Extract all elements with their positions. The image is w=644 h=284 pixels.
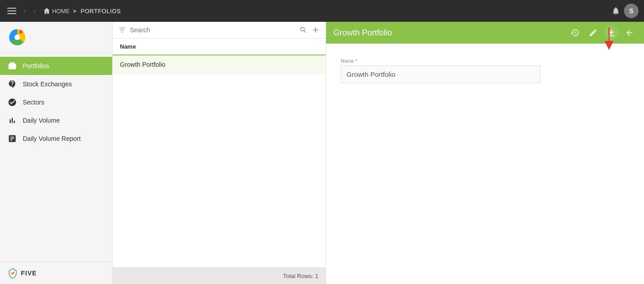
breadcrumb-separator: ► — [73, 8, 78, 14]
total-rows-label: Total Rows: 1 — [283, 273, 318, 279]
close-button[interactable] — [622, 25, 637, 40]
detail-header: Growth Portfolio — [326, 22, 644, 44]
sidebar-logo — [0, 22, 112, 53]
home-link[interactable]: HOME — [43, 7, 70, 15]
column-header-name: Name — [120, 43, 136, 50]
name-field-input[interactable] — [341, 65, 540, 83]
sidebar-item-portfolios[interactable]: Portfolios — [0, 57, 112, 75]
breadcrumb: HOME ► PORTFOLIOS — [43, 7, 121, 15]
edit-button[interactable] — [586, 25, 600, 40]
detail-actions — [568, 25, 637, 40]
add-button[interactable] — [311, 25, 320, 35]
table-row[interactable]: Growth Portfolio — [113, 55, 326, 74]
svg-rect-1 — [7, 10, 16, 11]
list-footer: Total Rows: 1 — [113, 268, 326, 284]
list-panel: Name Growth Portfolio Total Rows: 1 — [113, 22, 326, 284]
sidebar-label-daily-volume: Daily Volume — [23, 117, 60, 124]
sidebar-label-sectors: Sectors — [23, 99, 44, 106]
home-label: HOME — [52, 8, 70, 15]
five-logo: FIVE — [7, 268, 37, 279]
five-logo-label: FIVE — [21, 269, 37, 277]
sidebar-item-daily-volume-report[interactable]: Daily Volume Report — [0, 130, 112, 148]
notifications-icon[interactable] — [611, 6, 620, 15]
portfolios-icon — [7, 61, 17, 70]
svg-rect-0 — [7, 8, 16, 9]
hamburger-menu-icon[interactable] — [5, 5, 18, 17]
name-field-container: Name * — [341, 58, 540, 83]
table-header: Name — [113, 39, 326, 55]
sectors-icon — [7, 98, 17, 107]
svg-point-5 — [19, 30, 23, 34]
sidebar-item-stock-exchanges[interactable]: Stock Exchanges — [0, 75, 112, 93]
detail-content: Name * — [326, 44, 644, 284]
daily-volume-report-icon — [7, 134, 17, 143]
sidebar-footer: FIVE — [0, 262, 112, 284]
sidebar-item-daily-volume[interactable]: Daily Volume — [0, 111, 112, 130]
sidebar-item-sectors[interactable]: Sectors — [0, 93, 112, 111]
filter-icon — [118, 26, 126, 34]
daily-volume-icon — [7, 116, 17, 125]
search-button[interactable] — [299, 26, 307, 34]
avatar[interactable]: S — [624, 4, 639, 18]
forward-button[interactable]: › — [31, 5, 37, 17]
list-toolbar — [113, 22, 326, 39]
sidebar: Portfolios Stock Exchanges Sectors — [0, 22, 113, 284]
sidebar-label-stock-exchanges: Stock Exchanges — [23, 80, 72, 88]
five-logo-icon — [7, 268, 18, 279]
back-button[interactable]: ‹ — [22, 5, 28, 17]
svg-point-4 — [15, 35, 20, 40]
row-name-growth-portfolio: Growth Portfolio — [120, 61, 165, 68]
search-box — [118, 26, 296, 34]
main-layout: Portfolios Stock Exchanges Sectors — [0, 22, 644, 284]
sidebar-label-portfolios: Portfolios — [23, 62, 49, 70]
top-nav: ‹ › HOME ► PORTFOLIOS S — [0, 0, 644, 22]
detail-panel: Growth Portfolio — [326, 22, 644, 284]
stock-exchanges-icon — [7, 80, 17, 89]
app-logo — [7, 27, 27, 47]
name-field-label: Name * — [341, 58, 540, 64]
sidebar-nav: Portfolios Stock Exchanges Sectors — [0, 53, 112, 262]
search-input[interactable] — [130, 26, 296, 34]
sidebar-label-daily-volume-report: Daily Volume Report — [23, 135, 81, 142]
save-button[interactable] — [604, 25, 619, 40]
svg-rect-2 — [7, 13, 16, 14]
detail-title: Growth Portfolio — [333, 28, 568, 38]
current-page-label: PORTFOLIOS — [81, 8, 121, 15]
history-button[interactable] — [568, 25, 582, 40]
